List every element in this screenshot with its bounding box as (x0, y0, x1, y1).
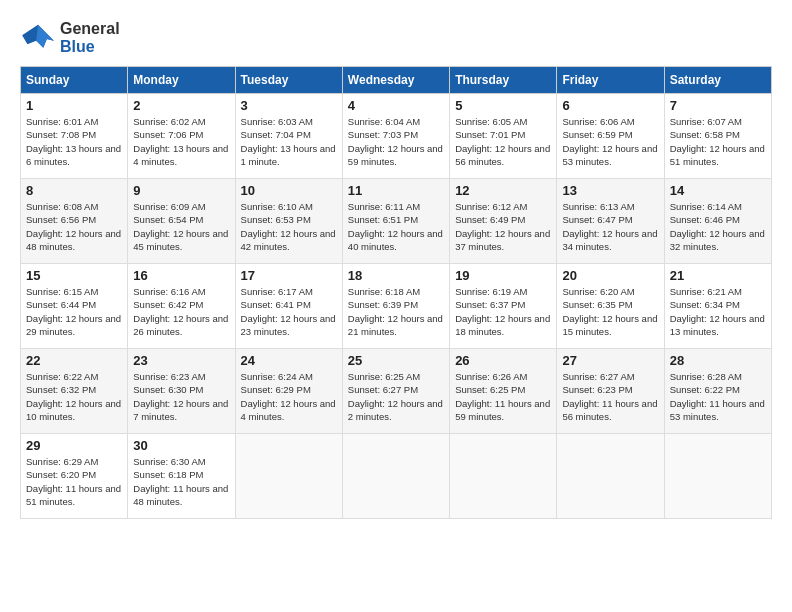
col-header-wednesday: Wednesday (342, 67, 449, 94)
day-info: Sunrise: 6:23 AMSunset: 6:30 PMDaylight:… (133, 370, 229, 423)
day-info: Sunrise: 6:16 AMSunset: 6:42 PMDaylight:… (133, 285, 229, 338)
col-header-friday: Friday (557, 67, 664, 94)
day-number: 29 (26, 438, 122, 453)
day-number: 13 (562, 183, 658, 198)
svg-marker-1 (36, 25, 54, 48)
day-number: 22 (26, 353, 122, 368)
day-info: Sunrise: 6:12 AMSunset: 6:49 PMDaylight:… (455, 200, 551, 253)
day-number: 19 (455, 268, 551, 283)
day-number: 11 (348, 183, 444, 198)
calendar-cell: 16Sunrise: 6:16 AMSunset: 6:42 PMDayligh… (128, 264, 235, 349)
calendar-cell: 5Sunrise: 6:05 AMSunset: 7:01 PMDaylight… (450, 94, 557, 179)
calendar-cell: 8Sunrise: 6:08 AMSunset: 6:56 PMDaylight… (21, 179, 128, 264)
calendar-cell: 10Sunrise: 6:10 AMSunset: 6:53 PMDayligh… (235, 179, 342, 264)
col-header-tuesday: Tuesday (235, 67, 342, 94)
calendar-cell: 30Sunrise: 6:30 AMSunset: 6:18 PMDayligh… (128, 434, 235, 519)
day-info: Sunrise: 6:27 AMSunset: 6:23 PMDaylight:… (562, 370, 658, 423)
logo: General Blue (20, 20, 120, 56)
day-info: Sunrise: 6:11 AMSunset: 6:51 PMDaylight:… (348, 200, 444, 253)
calendar-week-row: 15Sunrise: 6:15 AMSunset: 6:44 PMDayligh… (21, 264, 772, 349)
calendar-week-row: 8Sunrise: 6:08 AMSunset: 6:56 PMDaylight… (21, 179, 772, 264)
day-number: 27 (562, 353, 658, 368)
day-info: Sunrise: 6:14 AMSunset: 6:46 PMDaylight:… (670, 200, 766, 253)
day-info: Sunrise: 6:24 AMSunset: 6:29 PMDaylight:… (241, 370, 337, 423)
day-number: 7 (670, 98, 766, 113)
calendar-cell: 17Sunrise: 6:17 AMSunset: 6:41 PMDayligh… (235, 264, 342, 349)
calendar-cell: 14Sunrise: 6:14 AMSunset: 6:46 PMDayligh… (664, 179, 771, 264)
calendar-cell: 26Sunrise: 6:26 AMSunset: 6:25 PMDayligh… (450, 349, 557, 434)
calendar-week-row: 29Sunrise: 6:29 AMSunset: 6:20 PMDayligh… (21, 434, 772, 519)
logo-text: General Blue (60, 20, 120, 56)
day-info: Sunrise: 6:25 AMSunset: 6:27 PMDaylight:… (348, 370, 444, 423)
calendar-cell (557, 434, 664, 519)
calendar-week-row: 22Sunrise: 6:22 AMSunset: 6:32 PMDayligh… (21, 349, 772, 434)
day-info: Sunrise: 6:15 AMSunset: 6:44 PMDaylight:… (26, 285, 122, 338)
page-header: General Blue (20, 20, 772, 56)
calendar-cell: 15Sunrise: 6:15 AMSunset: 6:44 PMDayligh… (21, 264, 128, 349)
day-info: Sunrise: 6:01 AMSunset: 7:08 PMDaylight:… (26, 115, 122, 168)
day-info: Sunrise: 6:26 AMSunset: 6:25 PMDaylight:… (455, 370, 551, 423)
day-info: Sunrise: 6:18 AMSunset: 6:39 PMDaylight:… (348, 285, 444, 338)
day-info: Sunrise: 6:06 AMSunset: 6:59 PMDaylight:… (562, 115, 658, 168)
day-number: 1 (26, 98, 122, 113)
calendar-cell: 18Sunrise: 6:18 AMSunset: 6:39 PMDayligh… (342, 264, 449, 349)
day-number: 28 (670, 353, 766, 368)
calendar-cell (450, 434, 557, 519)
calendar-cell: 29Sunrise: 6:29 AMSunset: 6:20 PMDayligh… (21, 434, 128, 519)
day-number: 23 (133, 353, 229, 368)
calendar-cell: 27Sunrise: 6:27 AMSunset: 6:23 PMDayligh… (557, 349, 664, 434)
day-number: 18 (348, 268, 444, 283)
calendar-cell: 4Sunrise: 6:04 AMSunset: 7:03 PMDaylight… (342, 94, 449, 179)
day-info: Sunrise: 6:22 AMSunset: 6:32 PMDaylight:… (26, 370, 122, 423)
calendar-cell (664, 434, 771, 519)
calendar-cell: 3Sunrise: 6:03 AMSunset: 7:04 PMDaylight… (235, 94, 342, 179)
day-info: Sunrise: 6:07 AMSunset: 6:58 PMDaylight:… (670, 115, 766, 168)
day-number: 2 (133, 98, 229, 113)
calendar-cell (235, 434, 342, 519)
col-header-monday: Monday (128, 67, 235, 94)
day-info: Sunrise: 6:05 AMSunset: 7:01 PMDaylight:… (455, 115, 551, 168)
calendar-cell: 11Sunrise: 6:11 AMSunset: 6:51 PMDayligh… (342, 179, 449, 264)
day-info: Sunrise: 6:20 AMSunset: 6:35 PMDaylight:… (562, 285, 658, 338)
day-number: 5 (455, 98, 551, 113)
day-number: 4 (348, 98, 444, 113)
day-number: 6 (562, 98, 658, 113)
calendar-cell: 19Sunrise: 6:19 AMSunset: 6:37 PMDayligh… (450, 264, 557, 349)
day-number: 12 (455, 183, 551, 198)
calendar-cell: 1Sunrise: 6:01 AMSunset: 7:08 PMDaylight… (21, 94, 128, 179)
calendar-week-row: 1Sunrise: 6:01 AMSunset: 7:08 PMDaylight… (21, 94, 772, 179)
day-info: Sunrise: 6:04 AMSunset: 7:03 PMDaylight:… (348, 115, 444, 168)
calendar-table: SundayMondayTuesdayWednesdayThursdayFrid… (20, 66, 772, 519)
calendar-cell: 22Sunrise: 6:22 AMSunset: 6:32 PMDayligh… (21, 349, 128, 434)
day-info: Sunrise: 6:13 AMSunset: 6:47 PMDaylight:… (562, 200, 658, 253)
calendar-cell (342, 434, 449, 519)
day-number: 26 (455, 353, 551, 368)
day-number: 14 (670, 183, 766, 198)
day-number: 24 (241, 353, 337, 368)
logo-icon (20, 23, 56, 53)
day-info: Sunrise: 6:08 AMSunset: 6:56 PMDaylight:… (26, 200, 122, 253)
calendar-cell: 13Sunrise: 6:13 AMSunset: 6:47 PMDayligh… (557, 179, 664, 264)
day-info: Sunrise: 6:19 AMSunset: 6:37 PMDaylight:… (455, 285, 551, 338)
day-info: Sunrise: 6:17 AMSunset: 6:41 PMDaylight:… (241, 285, 337, 338)
calendar-cell: 12Sunrise: 6:12 AMSunset: 6:49 PMDayligh… (450, 179, 557, 264)
day-number: 20 (562, 268, 658, 283)
day-info: Sunrise: 6:30 AMSunset: 6:18 PMDaylight:… (133, 455, 229, 508)
day-info: Sunrise: 6:29 AMSunset: 6:20 PMDaylight:… (26, 455, 122, 508)
day-info: Sunrise: 6:28 AMSunset: 6:22 PMDaylight:… (670, 370, 766, 423)
calendar-cell: 24Sunrise: 6:24 AMSunset: 6:29 PMDayligh… (235, 349, 342, 434)
calendar-cell: 2Sunrise: 6:02 AMSunset: 7:06 PMDaylight… (128, 94, 235, 179)
day-number: 17 (241, 268, 337, 283)
day-number: 9 (133, 183, 229, 198)
calendar-cell: 9Sunrise: 6:09 AMSunset: 6:54 PMDaylight… (128, 179, 235, 264)
calendar-cell: 20Sunrise: 6:20 AMSunset: 6:35 PMDayligh… (557, 264, 664, 349)
calendar-header-row: SundayMondayTuesdayWednesdayThursdayFrid… (21, 67, 772, 94)
day-info: Sunrise: 6:02 AMSunset: 7:06 PMDaylight:… (133, 115, 229, 168)
calendar-cell: 23Sunrise: 6:23 AMSunset: 6:30 PMDayligh… (128, 349, 235, 434)
col-header-saturday: Saturday (664, 67, 771, 94)
col-header-thursday: Thursday (450, 67, 557, 94)
day-number: 16 (133, 268, 229, 283)
calendar-cell: 25Sunrise: 6:25 AMSunset: 6:27 PMDayligh… (342, 349, 449, 434)
day-number: 3 (241, 98, 337, 113)
col-header-sunday: Sunday (21, 67, 128, 94)
